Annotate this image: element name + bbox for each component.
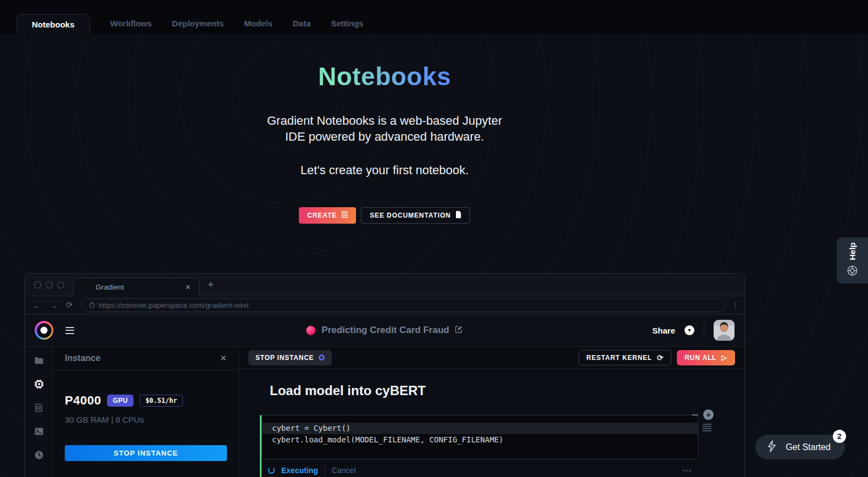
hero-cta-line: Let's create your first notebook. <box>126 163 643 178</box>
browser-menu-icon[interactable]: ⁞ <box>734 304 736 307</box>
create-button[interactable]: CREATE <box>299 207 356 224</box>
url-text: https://console.paperspace.com/gradient-… <box>99 301 249 309</box>
run-all-button[interactable]: RUN ALL ▷ <box>677 350 735 365</box>
terminal-icon[interactable] <box>34 426 44 436</box>
code-line[interactable]: cybert = Cybert() <box>262 423 698 434</box>
window-close-icon[interactable] <box>34 281 41 289</box>
notebook-toolbar: STOP INSTANCE RESTART KERNEL ⟳ RUN ALL ▷ <box>239 347 744 369</box>
tab-data[interactable]: Data <box>293 19 311 34</box>
header-divider <box>704 321 704 340</box>
files-icon[interactable] <box>34 356 44 365</box>
paperspace-logo[interactable] <box>35 321 53 340</box>
hero-section: Notebooks Gradient Notebooks is a web-ba… <box>126 34 643 224</box>
console-body: Instance ✕ P4000 GPU $0.51/hr 30 GB RAM … <box>25 347 744 477</box>
instance-panel-close-icon[interactable]: ✕ <box>220 353 227 363</box>
instance-panel-body: P4000 GPU $0.51/hr 30 GB RAM | 8 CPUs ST… <box>53 370 238 461</box>
add-cell-icon[interactable]: + <box>703 409 714 420</box>
refresh-icon[interactable]: ⟳ <box>66 300 73 310</box>
price-badge: $0.51/hr <box>140 395 183 407</box>
spinner-icon <box>268 467 275 474</box>
restart-icon: ⟳ <box>657 353 664 362</box>
user-avatar[interactable] <box>714 320 735 341</box>
instance-panel-title: Instance <box>65 353 101 363</box>
notebook-color-dot-icon <box>306 326 315 335</box>
menu-icon[interactable] <box>65 327 74 334</box>
stop-instance-button[interactable]: STOP INSTANCE <box>65 445 227 461</box>
notebook-title-group: Predicting Credit Card Fraud <box>306 325 463 336</box>
machine-row: P4000 GPU $0.51/hr <box>65 393 227 408</box>
lightning-icon <box>766 440 777 455</box>
get-started-badge: 2 <box>833 430 846 443</box>
see-documentation-button[interactable]: SEE DOCUMENTATION <box>361 207 470 224</box>
notebook-title: Predicting Credit Card Fraud <box>321 325 449 336</box>
cell-status-row: Executing Cancel ••• <box>261 459 698 475</box>
collapse-cell-icon[interactable] <box>692 414 698 415</box>
code-line[interactable]: cybert.load_model(MODEL_FILENAME, CONFIG… <box>262 434 698 446</box>
page-title: Notebooks <box>318 62 451 91</box>
tab-deployments[interactable]: Deployments <box>172 19 224 34</box>
restart-kernel-label: RESTART KERNEL <box>586 354 652 362</box>
lifebuoy-icon <box>847 265 858 279</box>
forward-icon[interactable]: → <box>49 301 58 310</box>
paperspace-logo-ball <box>41 327 48 334</box>
share-chevron-icon[interactable]: ▼ <box>685 325 694 335</box>
tab-models[interactable]: Models <box>244 19 272 34</box>
tab-notebooks[interactable]: Notebooks <box>16 14 90 34</box>
cell-controls: + <box>692 409 714 420</box>
help-label: Help <box>848 242 857 260</box>
gpu-badge: GPU <box>107 395 133 407</box>
code-editor[interactable]: cybert = Cybert() cybert.load_model(MODE… <box>261 415 698 459</box>
restart-kernel-button[interactable]: RESTART KERNEL ⟳ <box>578 350 671 365</box>
browser-chrome: Gradient ✕ + <box>25 274 744 296</box>
toolbar-stop-instance-button[interactable]: STOP INSTANCE <box>248 350 332 365</box>
tab-settings[interactable]: Settings <box>331 19 364 34</box>
header-right: Share ▼ <box>652 320 735 341</box>
code-cell[interactable]: cybert = Cybert() cybert.load_model(MODE… <box>260 415 698 475</box>
instance-panel: Instance ✕ P4000 GPU $0.51/hr 30 GB RAM … <box>53 347 239 477</box>
hero-buttons: CREATE SEE DOCUMENTATION <box>126 207 643 224</box>
see-documentation-label: SEE DOCUMENTATION <box>370 212 451 219</box>
cell-list-icon[interactable] <box>703 424 711 431</box>
window-minimize-icon[interactable] <box>46 281 53 289</box>
back-icon[interactable]: ← <box>33 301 41 310</box>
cell-section-title: Load model into cyBERT <box>270 383 744 398</box>
instance-icon[interactable] <box>34 379 44 389</box>
play-icon: ▷ <box>721 353 727 362</box>
machine-specs: 30 GB RAM | 8 CPUs <box>65 415 227 424</box>
get-started-label: Get Started <box>786 442 831 452</box>
help-tab[interactable]: Help <box>837 237 868 284</box>
document-icon <box>455 211 461 220</box>
tab-notebooks-label: Notebooks <box>32 20 75 29</box>
edit-icon[interactable] <box>455 325 463 335</box>
tab-workflows[interactable]: Workflows <box>110 19 152 34</box>
new-tab-icon[interactable]: + <box>208 279 214 291</box>
cancel-link[interactable]: Cancel <box>332 466 356 475</box>
window-maximize-icon[interactable] <box>57 281 64 289</box>
browser-url-row: ← → ⟳ https://console.paperspace.com/gra… <box>25 296 744 314</box>
notebook-icon <box>341 211 348 220</box>
screen: Notebooks Workflows Deployments Models D… <box>0 0 868 477</box>
history-clock-icon[interactable] <box>34 450 44 460</box>
browser-tab[interactable]: Gradient ✕ <box>73 278 199 296</box>
sidebar-rail <box>25 347 53 477</box>
window-controls[interactable] <box>34 281 64 289</box>
browser-tab-title: Gradient <box>96 283 124 291</box>
create-button-label: CREATE <box>307 212 337 219</box>
machine-name: P4000 <box>65 393 101 408</box>
share-button[interactable]: Share <box>652 326 675 335</box>
notebook-content: Load model into cyBERT cybert = Cybert()… <box>239 369 744 477</box>
run-all-label: RUN ALL <box>685 354 716 362</box>
instance-panel-header: Instance ✕ <box>53 347 238 370</box>
hero-subtitle: Gradient Notebooks is a web-based Jupyte… <box>126 113 643 145</box>
tab-close-icon[interactable]: ✕ <box>185 283 191 291</box>
instance-status-icon <box>319 354 325 360</box>
console-header: Predicting Credit Card Fraud Share ▼ <box>25 314 744 347</box>
get-started-button[interactable]: Get Started 2 <box>755 435 845 459</box>
status-divider <box>325 466 325 475</box>
cell-menu-icon[interactable]: ••• <box>682 467 692 475</box>
browser-window: Gradient ✕ + ← → ⟳ https://console.paper… <box>24 273 745 477</box>
logs-search-icon[interactable] <box>34 403 44 413</box>
address-bar[interactable]: https://console.paperspace.com/gradient-… <box>81 298 726 312</box>
executing-status: Executing <box>281 466 318 475</box>
notebook-main-area: STOP INSTANCE RESTART KERNEL ⟳ RUN ALL ▷… <box>239 347 744 477</box>
